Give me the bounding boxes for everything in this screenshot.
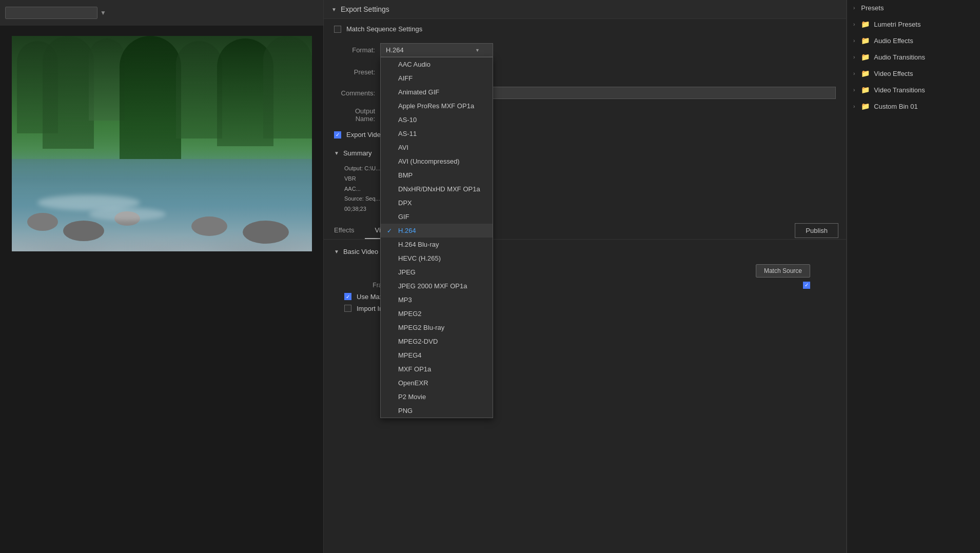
dropdown-item-label: AVI (Uncompressed) xyxy=(398,157,460,165)
import-into-project-checkbox[interactable] xyxy=(344,305,351,312)
frame-checkbox[interactable]: ✓ xyxy=(803,282,810,289)
dropdown-item-label: MXF OP1a xyxy=(398,365,431,373)
export-settings-header: ▼ Export Settings xyxy=(324,0,846,19)
preset-label: Preset: xyxy=(334,68,375,76)
chevron-right-icon: › xyxy=(853,71,855,76)
dropdown-item-label: AS-11 xyxy=(398,130,417,137)
dropdown-item-png[interactable]: PNG xyxy=(381,404,493,418)
folder-icon: 📁 xyxy=(861,102,870,110)
comments-label: Comments: xyxy=(334,89,375,97)
dropdown-item-dpx[interactable]: DPX xyxy=(381,196,493,210)
chevron-right-icon: › xyxy=(853,38,855,44)
format-selected-value: H.264 xyxy=(386,46,404,54)
dropdown-item-label: AVI xyxy=(398,144,408,151)
match-sequence-row: Match Sequence Settings xyxy=(324,19,846,39)
dropdown-item-label: DPX xyxy=(398,199,412,207)
folder-icon: 📁 xyxy=(861,36,870,45)
right-panel: ›Presets›📁Lumetri Presets›📁Audio Effects… xyxy=(847,0,980,553)
left-panel: ▼ xyxy=(0,0,323,553)
dropdown-item-as-11[interactable]: AS-11 xyxy=(381,127,493,141)
dropdown-item-mpeg2-blu-ray[interactable]: MPEG2 Blu-ray xyxy=(381,321,493,334)
summary-title: Summary xyxy=(343,149,372,157)
dropdown-item-label: MPEG4 xyxy=(398,351,422,359)
dropdown-item-label: AIFF xyxy=(398,74,413,82)
format-label: Format: xyxy=(334,46,375,54)
output-name-label: Output Name: xyxy=(334,107,375,123)
basic-video-collapse-icon: ▼ xyxy=(334,249,339,254)
right-panel-item-label: Audio Transitions xyxy=(874,53,925,61)
dropdown-item-as-10[interactable]: AS-10 xyxy=(381,113,493,127)
dropdown-item-gif[interactable]: GIF xyxy=(381,210,493,224)
dropdown-item-label: MPEG2 xyxy=(398,310,422,318)
dropdown-item-label: HEVC (H.265) xyxy=(398,254,441,262)
dropdown-item-mpeg4[interactable]: MPEG4 xyxy=(381,348,493,362)
dropdown-item-mpeg2-dvd[interactable]: MPEG2-DVD xyxy=(381,334,493,348)
right-panel-item-label: Video Effects xyxy=(874,70,913,77)
dropdown-item-p2-movie[interactable]: P2 Movie xyxy=(381,390,493,404)
export-settings-title: Export Settings xyxy=(341,5,389,13)
dropdown-item-jpeg-2000-mxf-op1a[interactable]: JPEG 2000 MXF OP1a xyxy=(381,279,493,293)
right-panel-item-video-effects[interactable]: ›📁Video Effects xyxy=(847,65,980,82)
dropdown-item-h.264-blu-ray[interactable]: H.264 Blu-ray xyxy=(381,238,493,251)
dropdown-item-label: H.264 Blu-ray xyxy=(398,241,439,248)
right-panel-item-label: Presets xyxy=(861,4,884,12)
dropdown-item-label: JPEG 2000 MXF OP1a xyxy=(398,282,467,290)
publish-button[interactable]: Publish xyxy=(795,223,838,238)
right-panel-item-video-transitions[interactable]: ›📁Video Transitions xyxy=(847,82,980,98)
dropdown-item-h.264[interactable]: ✓H.264 xyxy=(381,224,493,238)
match-source-button[interactable]: Match Source xyxy=(756,264,810,278)
dropdown-item-label: P2 Movie xyxy=(398,393,426,401)
dropdown-item-label: MPEG2-DVD xyxy=(398,338,438,345)
format-dropdown-button[interactable]: H.264 ▼ xyxy=(380,43,493,57)
dropdown-item-label: JPEG xyxy=(398,268,416,276)
right-panel-item-custom-bin-01[interactable]: ›📁Custom Bin 01 xyxy=(847,98,980,114)
dropdown-item-mxf-op1a[interactable]: MXF OP1a xyxy=(381,362,493,376)
format-row: Format: H.264 ▼ AAC AudioAIFFAnimated GI… xyxy=(324,39,846,61)
summary-collapse-icon: ▼ xyxy=(334,150,339,156)
chevron-right-icon: › xyxy=(853,87,855,93)
dropdown-item-label: AS-10 xyxy=(398,116,417,124)
folder-icon: 📁 xyxy=(861,69,870,77)
dropdown-item-dnxhr/dnxhd-mxf-op1a[interactable]: DNxHR/DNxHD MXF OP1a xyxy=(381,182,493,196)
preview-top-bar: ▼ xyxy=(0,0,323,26)
dropdown-item-label: Apple ProRes MXF OP1a xyxy=(398,102,474,110)
check-mark-icon: ✓ xyxy=(387,227,394,234)
right-panel-item-lumetri-presets[interactable]: ›📁Lumetri Presets xyxy=(847,16,980,32)
preview-dropdown[interactable] xyxy=(5,7,97,19)
dropdown-item-label: GIF xyxy=(398,213,409,221)
dropdown-item-avi-(uncompressed)[interactable]: AVI (Uncompressed) xyxy=(381,154,493,168)
dropdown-item-label: PNG xyxy=(398,407,413,414)
dropdown-item-aiff[interactable]: AIFF xyxy=(381,71,493,85)
right-panel-item-audio-effects[interactable]: ›📁Audio Effects xyxy=(847,32,980,49)
dropdown-item-label: MP3 xyxy=(398,296,412,304)
center-scroll-area: Match Sequence Settings Format: H.264 ▼ … xyxy=(324,19,846,553)
format-dropdown-menu: AAC AudioAIFFAnimated GIFApple ProRes MX… xyxy=(380,57,493,418)
dropdown-item-animated-gif[interactable]: Animated GIF xyxy=(381,85,493,99)
dropdown-item-aac-audio[interactable]: AAC Audio xyxy=(381,57,493,71)
tab-effects[interactable]: Effects xyxy=(324,222,365,239)
collapse-icon[interactable]: ▼ xyxy=(331,7,337,12)
dropdown-item-bmp[interactable]: BMP xyxy=(381,168,493,182)
dropdown-item-mp3[interactable]: MP3 xyxy=(381,293,493,307)
dropdown-item-apple-prores-mxf-op1a[interactable]: Apple ProRes MXF OP1a xyxy=(381,99,493,113)
dropdown-item-avi[interactable]: AVI xyxy=(381,141,493,154)
dropdown-item-hevc-(h.265)[interactable]: HEVC (H.265) xyxy=(381,251,493,265)
chevron-right-icon: › xyxy=(853,104,855,109)
dropdown-item-jpeg[interactable]: JPEG xyxy=(381,265,493,279)
dropdown-item-openexr[interactable]: OpenEXR xyxy=(381,376,493,390)
dropdown-item-label: DNxHR/DNxHD MXF OP1a xyxy=(398,185,480,193)
right-panel-item-presets[interactable]: ›Presets xyxy=(847,0,980,16)
export-video-checkbox[interactable]: ✓ xyxy=(334,131,341,139)
right-panel-item-audio-transitions[interactable]: ›📁Audio Transitions xyxy=(847,49,980,65)
dropdown-item-label: Animated GIF xyxy=(398,88,439,96)
chevron-down-icon: ▼ xyxy=(475,48,480,53)
dropdown-item-label: BMP xyxy=(398,171,413,179)
chevron-right-icon: › xyxy=(853,22,855,27)
center-panel: ▼ Export Settings Match Sequence Setting… xyxy=(323,0,847,553)
use-max-render-checkbox[interactable]: ✓ xyxy=(344,293,351,300)
match-sequence-checkbox[interactable] xyxy=(334,26,341,33)
dropdown-item-label: OpenEXR xyxy=(398,379,428,387)
dropdown-item-mpeg2[interactable]: MPEG2 xyxy=(381,307,493,321)
right-panel-item-label: Custom Bin 01 xyxy=(874,103,917,110)
chevron-right-icon: › xyxy=(853,54,855,60)
